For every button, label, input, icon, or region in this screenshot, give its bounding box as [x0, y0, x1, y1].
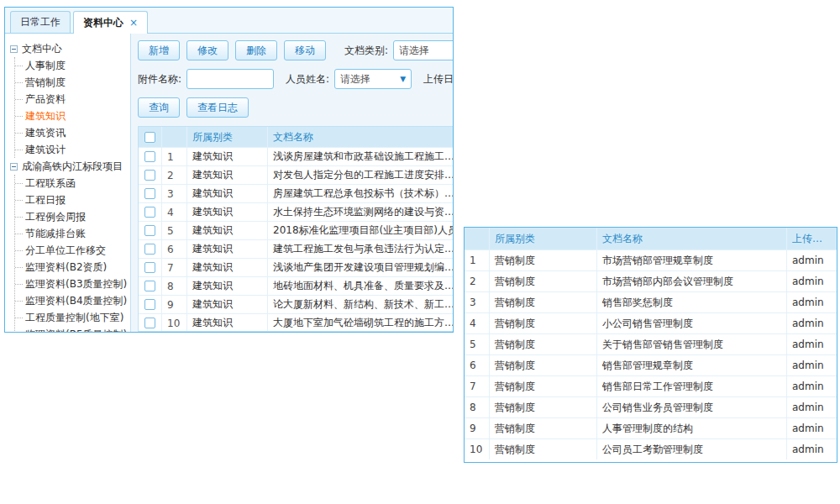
row-doc-name: 公司员工考勤管理制度: [597, 439, 787, 459]
row-doc-name: 销售部日常工作管理制度: [597, 376, 787, 396]
tree-item[interactable]: 建筑资讯: [15, 124, 129, 141]
table-row[interactable]: 9建筑知识论大厦新材料、新结构、新技术、新工…: [139, 295, 453, 313]
tree-item[interactable]: 分工单位工作移交: [15, 242, 129, 259]
tree-item[interactable]: 工程质量控制(地下室): [15, 309, 129, 326]
table-row[interactable]: 3建筑知识房屋建筑工程总承包投标书（技术标）…: [139, 184, 453, 202]
row-index: 7: [465, 376, 490, 396]
row-category: 建筑知识: [187, 259, 268, 276]
close-icon[interactable]: ×: [129, 17, 138, 29]
table-row[interactable]: 1建筑知识浅谈房屋建筑和市政基础设施工程施工…: [139, 147, 453, 165]
table-row[interactable]: 10营销制度公司员工考勤管理制度admin: [465, 438, 837, 459]
tree-item[interactable]: 工程例会周报: [15, 208, 129, 225]
row-checkbox[interactable]: [144, 225, 155, 236]
row-checkbox-cell: [139, 296, 162, 313]
row-index: 3: [465, 292, 490, 312]
table-row[interactable]: 6营销制度销售部管理规章制度admin: [465, 354, 837, 375]
tree-item[interactable]: 工程联系函: [15, 175, 129, 192]
row-checkbox-cell: [139, 277, 162, 295]
tree-item[interactable]: 监理资料(B5质量控制): [15, 326, 129, 332]
tree-item[interactable]: 人事制度: [15, 57, 129, 74]
tree-item[interactable]: 营销制度: [15, 74, 129, 91]
attachment-name-input[interactable]: [186, 69, 274, 89]
tree-root[interactable]: 成渝高铁内江标段项目: [10, 158, 129, 175]
table-row[interactable]: 7营销制度销售部日常工作管理制度admin: [465, 375, 837, 396]
table-row[interactable]: 10建筑知识大厦地下室加气砼墙砌筑工程的施工方…: [139, 313, 453, 332]
delete-button[interactable]: 删除: [235, 40, 277, 60]
tree-item[interactable]: 建筑知识: [15, 108, 129, 124]
row-checkbox[interactable]: [144, 151, 155, 162]
row-category: 营销制度: [490, 439, 597, 459]
row-doc-name: 地砖地面材料、机具准备、质量要求及…: [268, 277, 453, 295]
table-row[interactable]: 9营销制度人事管理制度的结构admin: [465, 417, 837, 438]
row-doc-name: 公司销售业务员管理制度: [597, 397, 787, 417]
row-category: 建筑知识: [187, 296, 268, 313]
tree-root[interactable]: 文档中心: [10, 40, 129, 57]
tab-daily-work[interactable]: 日常工作: [10, 11, 71, 33]
table-row[interactable]: 8营销制度公司销售业务员管理制度admin: [465, 396, 837, 417]
tree-item[interactable]: 建筑设计: [15, 141, 129, 158]
table-row[interactable]: 5营销制度关于销售部管销售管理制度admin: [465, 333, 837, 354]
tree-item[interactable]: 监理资料(B3质量控制): [15, 276, 129, 292]
row-checkbox[interactable]: [144, 299, 155, 310]
row-category: 建筑知识: [187, 166, 268, 184]
tree-item[interactable]: 产品资料: [15, 91, 129, 108]
collapse-icon[interactable]: [10, 45, 18, 53]
table-row[interactable]: 8建筑知识地砖地面材料、机具准备、质量要求及…: [139, 276, 453, 295]
row-category: 营销制度: [490, 376, 597, 396]
move-button[interactable]: 移动: [284, 40, 326, 60]
row-index: 5: [465, 334, 490, 354]
row-checkbox-cell: [139, 148, 162, 165]
column-header-uploader: 上传…: [787, 228, 837, 249]
row-doc-name: 市场营销部内部会议管理制度: [597, 271, 787, 291]
row-checkbox[interactable]: [144, 170, 155, 181]
row-index: 10: [162, 314, 187, 332]
modify-button[interactable]: 修改: [186, 40, 228, 60]
tree-item[interactable]: 监理资料(B4质量控制): [15, 292, 129, 309]
row-checkbox[interactable]: [144, 318, 155, 328]
view-log-button[interactable]: 查看日志: [186, 97, 249, 118]
row-doc-name: 大厦地下室加气砼墙砌筑工程的施工方…: [268, 314, 453, 332]
row-category: 营销制度: [490, 292, 597, 312]
add-button[interactable]: 新增: [138, 40, 180, 60]
row-uploader: admin: [787, 439, 837, 459]
row-category: 营销制度: [490, 271, 597, 291]
collapse-icon[interactable]: [10, 163, 18, 171]
select-all-checkbox[interactable]: [144, 132, 155, 143]
toolbar-row: 新增 修改 删除 移动 文档类别: 请选择 ▼ 文档: [138, 40, 453, 60]
table-row[interactable]: 4建筑知识水土保持生态环境监测网络的建设与资…: [139, 202, 453, 221]
tree-item[interactable]: 工程日报: [15, 192, 129, 208]
row-doc-name: 房屋建筑工程总承包投标书（技术标）…: [268, 185, 453, 202]
table-row[interactable]: 3营销制度销售部奖惩制度admin: [465, 291, 837, 312]
tab-data-center[interactable]: 资料中心 ×: [73, 11, 148, 34]
table-row[interactable]: 2营销制度市场营销部内部会议管理制度admin: [465, 270, 837, 291]
row-checkbox[interactable]: [144, 262, 155, 273]
tree-item[interactable]: 监理资料(B2资质): [15, 259, 129, 276]
row-uploader: admin: [787, 397, 837, 417]
tree-item[interactable]: 节能减排台账: [15, 225, 129, 242]
row-index: 1: [465, 250, 490, 270]
upload-date-label: 上传日期: [423, 72, 453, 87]
documents-table: 所属别类 文档名称 1建筑知识浅谈房屋建筑和市政基础设施工程施工…2建筑知识对发…: [138, 126, 453, 332]
query-button[interactable]: 查询: [138, 97, 180, 118]
row-index: 8: [465, 397, 490, 417]
table-row[interactable]: 1营销制度市场营销部管理规章制度admin: [465, 249, 837, 270]
row-checkbox-cell: [139, 222, 162, 239]
row-checkbox[interactable]: [144, 244, 155, 255]
table-row[interactable]: 4营销制度小公司销售管理制度admin: [465, 312, 837, 333]
tree-children: 工程联系函工程日报工程例会周报节能减排台账分工单位工作移交监理资料(B2资质)监…: [14, 175, 129, 332]
row-checkbox[interactable]: [144, 188, 155, 199]
documents-table-body: 1建筑知识浅谈房屋建筑和市政基础设施工程施工…2建筑知识对发包人指定分包的工程施…: [139, 147, 453, 332]
row-category: 营销制度: [490, 334, 597, 354]
table-row[interactable]: 6建筑知识建筑工程施工发包与承包违法行为认定…: [139, 239, 453, 258]
row-checkbox-cell: [139, 166, 162, 184]
row-doc-name: 对发包人指定分包的工程施工进度安排…: [268, 166, 453, 184]
row-category: 建筑知识: [187, 222, 268, 239]
table-row[interactable]: 5建筑知识2018标准化监理项目部(业主项目部)人员…: [139, 221, 453, 239]
table-row[interactable]: 2建筑知识对发包人指定分包的工程施工进度安排…: [139, 165, 453, 184]
row-category: 建筑知识: [187, 277, 268, 295]
table-row[interactable]: 7建筑知识浅谈地产集团开发建设项目管理规划编…: [139, 258, 453, 276]
doc-category-select[interactable]: 请选择 ▼: [393, 40, 453, 60]
row-checkbox[interactable]: [144, 281, 155, 291]
person-name-select[interactable]: 请选择 ▼: [334, 69, 412, 89]
row-checkbox[interactable]: [144, 207, 155, 218]
